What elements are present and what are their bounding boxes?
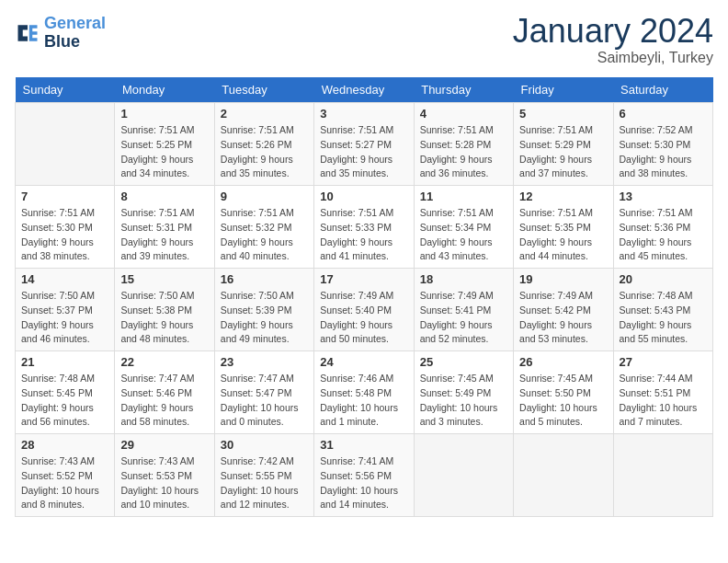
day-number: 8 (120, 190, 208, 203)
header-thursday: Thursday (414, 77, 513, 103)
calendar-cell (414, 434, 513, 517)
day-number: 7 (21, 190, 108, 203)
calendar-cell: 12Sunrise: 7:51 AMSunset: 5:35 PMDayligh… (514, 186, 613, 269)
calendar-cell (16, 103, 115, 186)
calendar-week-row: 7Sunrise: 7:51 AMSunset: 5:30 PMDaylight… (16, 186, 713, 269)
calendar-cell: 13Sunrise: 7:51 AMSunset: 5:36 PMDayligh… (613, 186, 712, 269)
calendar-cell: 30Sunrise: 7:42 AMSunset: 5:55 PMDayligh… (214, 434, 313, 517)
day-info: Sunrise: 7:51 AMSunset: 5:35 PMDaylight:… (519, 206, 607, 264)
calendar-cell: 28Sunrise: 7:43 AMSunset: 5:52 PMDayligh… (16, 434, 115, 517)
day-info: Sunrise: 7:51 AMSunset: 5:32 PMDaylight:… (221, 206, 308, 264)
day-number: 29 (120, 438, 208, 452)
day-info: Sunrise: 7:47 AMSunset: 5:46 PMDaylight:… (120, 372, 208, 430)
calendar-cell: 17Sunrise: 7:49 AMSunset: 5:40 PMDayligh… (314, 269, 414, 351)
calendar-cell: 9Sunrise: 7:51 AMSunset: 5:32 PMDaylight… (214, 186, 313, 269)
day-info: Sunrise: 7:44 AMSunset: 5:51 PMDaylight:… (620, 372, 707, 430)
day-info: Sunrise: 7:47 AMSunset: 5:47 PMDaylight:… (221, 372, 308, 430)
day-info: Sunrise: 7:51 AMSunset: 5:36 PMDaylight:… (620, 206, 707, 264)
day-number: 19 (519, 272, 607, 286)
calendar-header-row: SundayMondayTuesdayWednesdayThursdayFrid… (16, 77, 713, 103)
day-number: 23 (221, 355, 308, 369)
header-friday: Friday (514, 77, 613, 103)
calendar-week-row: 1Sunrise: 7:51 AMSunset: 5:25 PMDaylight… (16, 103, 713, 186)
header-monday: Monday (115, 77, 214, 103)
header-wednesday: Wednesday (314, 77, 414, 103)
day-info: Sunrise: 7:51 AMSunset: 5:31 PMDaylight:… (120, 206, 208, 264)
day-info: Sunrise: 7:51 AMSunset: 5:26 PMDaylight:… (221, 123, 308, 181)
calendar-cell: 25Sunrise: 7:45 AMSunset: 5:49 PMDayligh… (414, 351, 513, 434)
calendar-week-row: 14Sunrise: 7:50 AMSunset: 5:37 PMDayligh… (16, 269, 713, 351)
calendar-week-row: 21Sunrise: 7:48 AMSunset: 5:45 PMDayligh… (16, 351, 713, 434)
day-number: 3 (320, 107, 407, 121)
calendar-cell: 23Sunrise: 7:47 AMSunset: 5:47 PMDayligh… (214, 351, 313, 434)
day-number: 20 (620, 272, 707, 286)
calendar-cell: 18Sunrise: 7:49 AMSunset: 5:41 PMDayligh… (414, 269, 513, 351)
day-number: 14 (21, 272, 108, 286)
day-number: 1 (120, 107, 208, 121)
day-info: Sunrise: 7:45 AMSunset: 5:49 PMDaylight:… (420, 372, 507, 430)
calendar-week-row: 28Sunrise: 7:43 AMSunset: 5:52 PMDayligh… (16, 434, 713, 517)
day-number: 26 (519, 355, 607, 369)
day-info: Sunrise: 7:43 AMSunset: 5:53 PMDaylight:… (120, 454, 208, 512)
day-info: Sunrise: 7:42 AMSunset: 5:55 PMDaylight:… (221, 454, 308, 512)
day-info: Sunrise: 7:51 AMSunset: 5:30 PMDaylight:… (21, 206, 108, 264)
calendar-cell: 27Sunrise: 7:44 AMSunset: 5:51 PMDayligh… (613, 351, 712, 434)
day-number: 31 (320, 438, 407, 452)
calendar-cell: 19Sunrise: 7:49 AMSunset: 5:42 PMDayligh… (514, 269, 613, 351)
day-number: 13 (620, 190, 707, 203)
header-tuesday: Tuesday (214, 77, 313, 103)
logo-icon (15, 20, 40, 46)
calendar-cell: 7Sunrise: 7:51 AMSunset: 5:30 PMDaylight… (16, 186, 115, 269)
day-number: 10 (320, 190, 407, 203)
day-info: Sunrise: 7:51 AMSunset: 5:29 PMDaylight:… (519, 123, 607, 181)
calendar-cell: 8Sunrise: 7:51 AMSunset: 5:31 PMDaylight… (115, 186, 214, 269)
logo: GeneralBlue (15, 15, 106, 52)
month-title: January 2024 (513, 15, 713, 48)
day-number: 15 (120, 272, 208, 286)
day-number: 9 (221, 190, 308, 203)
day-info: Sunrise: 7:50 AMSunset: 5:38 PMDaylight:… (120, 289, 208, 347)
header-saturday: Saturday (613, 77, 712, 103)
calendar-cell (514, 434, 613, 517)
calendar-cell: 29Sunrise: 7:43 AMSunset: 5:53 PMDayligh… (115, 434, 214, 517)
calendar-cell: 15Sunrise: 7:50 AMSunset: 5:38 PMDayligh… (115, 269, 214, 351)
day-number: 18 (420, 272, 507, 286)
day-number: 24 (320, 355, 407, 369)
day-number: 11 (420, 190, 507, 203)
day-number: 30 (221, 438, 308, 452)
day-number: 21 (21, 355, 108, 369)
day-info: Sunrise: 7:51 AMSunset: 5:27 PMDaylight:… (320, 123, 407, 181)
day-number: 27 (620, 355, 707, 369)
day-info: Sunrise: 7:51 AMSunset: 5:34 PMDaylight:… (420, 206, 507, 264)
day-info: Sunrise: 7:49 AMSunset: 5:42 PMDaylight:… (519, 289, 607, 347)
day-info: Sunrise: 7:49 AMSunset: 5:40 PMDaylight:… (320, 289, 407, 347)
calendar-cell: 4Sunrise: 7:51 AMSunset: 5:28 PMDaylight… (414, 103, 513, 186)
calendar-cell: 16Sunrise: 7:50 AMSunset: 5:39 PMDayligh… (214, 269, 313, 351)
calendar-cell: 6Sunrise: 7:52 AMSunset: 5:30 PMDaylight… (613, 103, 712, 186)
calendar-cell: 21Sunrise: 7:48 AMSunset: 5:45 PMDayligh… (16, 351, 115, 434)
day-number: 16 (221, 272, 308, 286)
day-info: Sunrise: 7:46 AMSunset: 5:48 PMDaylight:… (320, 372, 407, 430)
logo-text: GeneralBlue (44, 15, 106, 52)
day-info: Sunrise: 7:48 AMSunset: 5:43 PMDaylight:… (620, 289, 707, 347)
day-number: 5 (519, 107, 607, 121)
day-info: Sunrise: 7:50 AMSunset: 5:37 PMDaylight:… (21, 289, 108, 347)
calendar-cell: 5Sunrise: 7:51 AMSunset: 5:29 PMDaylight… (514, 103, 613, 186)
day-number: 25 (420, 355, 507, 369)
day-number: 22 (120, 355, 208, 369)
calendar-cell: 31Sunrise: 7:41 AMSunset: 5:56 PMDayligh… (314, 434, 414, 517)
calendar-cell: 24Sunrise: 7:46 AMSunset: 5:48 PMDayligh… (314, 351, 414, 434)
calendar-cell: 22Sunrise: 7:47 AMSunset: 5:46 PMDayligh… (115, 351, 214, 434)
calendar-cell: 3Sunrise: 7:51 AMSunset: 5:27 PMDaylight… (314, 103, 414, 186)
day-info: Sunrise: 7:51 AMSunset: 5:25 PMDaylight:… (120, 123, 208, 181)
title-block: January 2024 Saimbeyli, Turkey (513, 15, 713, 66)
calendar-cell: 10Sunrise: 7:51 AMSunset: 5:33 PMDayligh… (314, 186, 414, 269)
day-number: 12 (519, 190, 607, 203)
day-number: 2 (221, 107, 308, 121)
day-number: 6 (620, 107, 707, 121)
day-info: Sunrise: 7:50 AMSunset: 5:39 PMDaylight:… (221, 289, 308, 347)
day-info: Sunrise: 7:52 AMSunset: 5:30 PMDaylight:… (620, 123, 707, 181)
day-info: Sunrise: 7:45 AMSunset: 5:50 PMDaylight:… (519, 372, 607, 430)
calendar-cell: 2Sunrise: 7:51 AMSunset: 5:26 PMDaylight… (214, 103, 313, 186)
day-number: 28 (21, 438, 108, 452)
